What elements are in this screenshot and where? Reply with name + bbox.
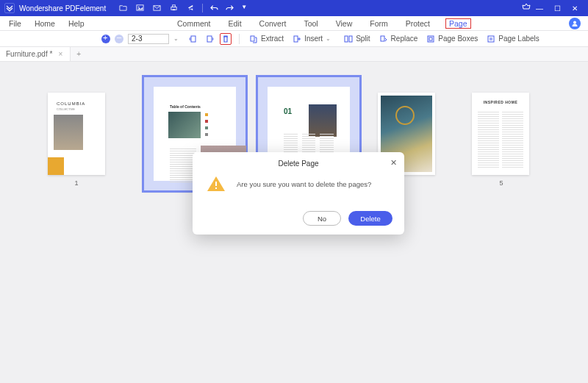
page-boxes-icon [426,35,435,43]
image-icon[interactable] [136,4,144,13]
svg-rect-4 [173,4,176,7]
print-icon[interactable] [170,4,178,13]
warning-icon [206,175,226,193]
delete-page-dialog: Delete Page ✕ Are you sure you want to d… [193,152,404,235]
svg-rect-17 [215,182,217,186]
dialog-close-icon[interactable]: ✕ [390,158,397,168]
page-thumbnail-1[interactable]: COLUMBIA COLLECTIVE [48,93,105,175]
page-labels-label: Page Labels [498,35,539,43]
extract-button[interactable]: Extract [247,35,286,43]
titlebar-quick-icons [119,4,195,13]
page1-sidetext [85,118,99,147]
menu-view[interactable]: View [334,18,355,29]
page5-columns [478,112,523,168]
page-range-input[interactable] [128,34,169,44]
page3-image [309,104,337,137]
separator [202,4,203,12]
menu-protect[interactable]: Protect [404,18,432,29]
page4-lamp [395,106,415,125]
svg-rect-15 [429,37,432,40]
menu-edit[interactable]: Edit [226,18,244,29]
rotate-right-button[interactable] [204,33,215,45]
page3-num1: 01 [284,107,292,115]
rotate-left-button[interactable] [187,33,199,45]
delete-page-button[interactable] [220,33,232,45]
svg-rect-13 [381,36,384,41]
svg-rect-5 [173,9,176,10]
zoom-in-button[interactable] [101,35,110,43]
menu-form[interactable]: Form [368,18,390,29]
menu-file[interactable]: File [9,19,21,28]
svg-rect-10 [294,36,298,42]
insert-button[interactable]: Insert ⌄ [290,35,337,43]
tab-close-icon[interactable]: × [58,50,62,58]
undo-icon[interactable] [210,4,218,13]
replace-label: Replace [391,35,418,43]
tab-title: Furniture.pdf * [6,50,52,58]
history-controls: ▼ [210,4,247,13]
page-thumbnails-area: COLUMBIA COLLECTIVE 1 Table of Contents … [0,62,588,383]
dialog-delete-button[interactable]: Delete [348,211,392,226]
replace-button[interactable]: Replace [377,35,420,43]
dialog-no-button[interactable]: No [303,211,341,226]
maximize-button[interactable]: ☐ [548,4,566,12]
menu-bar: File Home Help Comment Edit Convert Tool… [0,16,588,31]
menu-tool[interactable]: Tool [301,18,320,29]
mail-icon[interactable] [153,4,161,13]
premium-icon[interactable] [522,3,531,13]
page2-legend [205,113,242,141]
svg-rect-14 [428,36,434,42]
page-labels-button[interactable]: Page Labels [484,35,542,43]
svg-rect-9 [251,36,254,41]
title-bar: Wondershare PDFelement ▼ — ☐ ✕ [0,0,588,16]
svg-rect-7 [191,36,196,42]
page1-image [54,115,83,150]
split-label: Split [356,35,370,43]
insert-label: Insert [304,35,323,43]
page-number-1: 1 [69,179,84,187]
dropdown-icon[interactable]: ▼ [241,4,247,13]
split-icon [344,35,353,43]
user-avatar[interactable] [569,18,581,29]
page-number-5: 5 [494,179,509,187]
app-logo [4,3,15,13]
app-name: Wondershare PDFelement [19,4,106,12]
replace-icon [379,35,388,43]
menu-help[interactable]: Help [68,19,85,28]
page5-title: INSPIRED HOME [472,100,529,104]
new-tab-button[interactable]: + [71,50,87,58]
menu-page[interactable]: Page [445,18,471,29]
page1-title: COLUMBIA [57,101,85,106]
range-dropdown-icon[interactable]: ⌄ [173,35,179,42]
insert-icon [293,35,301,43]
share-icon[interactable] [187,4,195,13]
svg-rect-12 [349,36,352,42]
document-tabs: Furniture.pdf * × + [0,47,588,62]
close-button[interactable]: ✕ [566,4,584,12]
dialog-message: Are you sure you want to delete the page… [237,180,371,188]
open-icon[interactable] [119,4,127,13]
page-thumbnail-5[interactable]: INSPIRED HOME [472,93,529,175]
menu-home[interactable]: Home [35,19,55,28]
svg-rect-11 [345,36,348,42]
menu-convert[interactable]: Convert [257,18,289,29]
svg-point-1 [138,6,140,7]
page1-subtitle: COLLECTIVE [57,107,75,111]
page-labels-icon [487,35,495,43]
dialog-title: Delete Page [193,160,404,168]
menu-comment[interactable]: Comment [175,18,213,29]
separator [239,34,240,44]
split-button[interactable]: Split [342,35,372,43]
page2-image-a [168,112,201,138]
page-boxes-button[interactable]: Page Boxes [424,35,480,43]
redo-icon[interactable] [226,4,234,13]
page-toolbar: ⌄ Extract Insert ⌄ Split Replace Page Bo… [0,31,588,47]
minimize-button[interactable]: — [531,4,548,12]
svg-rect-18 [215,187,217,189]
page1-accent [48,157,64,175]
document-tab[interactable]: Furniture.pdf * × [0,47,71,61]
svg-rect-16 [488,36,494,42]
svg-point-6 [573,21,576,24]
page2-toc-title: Table of Contents [170,104,201,109]
zoom-out-button[interactable] [115,35,123,43]
